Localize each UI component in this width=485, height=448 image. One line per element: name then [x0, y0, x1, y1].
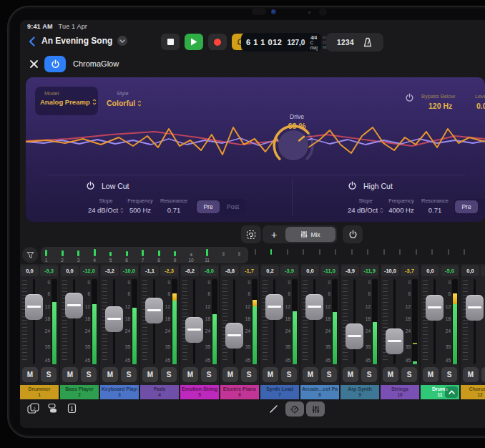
track-name-tab[interactable]: Drums 11 — [421, 385, 459, 399]
track-name-tab[interactable]: Arcade...eet Pad 8 — [300, 385, 339, 399]
track-name-tab[interactable]: Emotion Strings 5 — [180, 385, 219, 399]
solo-button[interactable]: S — [401, 367, 417, 382]
bypass-power-icon[interactable] — [405, 93, 414, 102]
close-icon[interactable] — [29, 59, 39, 72]
solo-button[interactable]: S — [161, 367, 177, 382]
collapse-chevron-button[interactable] — [445, 386, 458, 398]
solo-button[interactable]: S — [241, 367, 257, 382]
plugins-icon[interactable] — [67, 403, 77, 417]
volume-fader[interactable] — [426, 295, 444, 321]
high-cut-power-icon[interactable] — [348, 181, 357, 190]
volume-fader[interactable] — [105, 306, 123, 332]
solo-button[interactable]: S — [81, 367, 97, 382]
high-cut-slope-value[interactable]: 24 dB/Oct — [348, 206, 383, 214]
mute-button[interactable]: M — [22, 367, 38, 382]
browser-icon[interactable] — [47, 403, 58, 417]
volume-fader[interactable] — [185, 317, 203, 343]
play-button[interactable] — [185, 34, 203, 50]
post-button[interactable]: Post — [479, 200, 485, 213]
fader-scale-label: 0 — [80, 280, 90, 285]
volume-fader[interactable] — [225, 323, 243, 349]
fader-scale-label: 18 — [80, 316, 90, 321]
solo-button[interactable]: S — [41, 367, 57, 382]
fader-area: 061218243545 — [461, 279, 485, 364]
plugin-power-button[interactable] — [44, 56, 66, 72]
solo-button[interactable]: S — [121, 367, 137, 382]
post-button[interactable]: Post — [221, 200, 245, 213]
stop-button[interactable] — [161, 34, 180, 50]
mix-button[interactable]: Mix — [285, 227, 335, 242]
overview-meter-tick — [126, 251, 128, 256]
volume-fader[interactable] — [25, 294, 43, 320]
solo-button[interactable]: S — [281, 367, 297, 382]
volume-fader[interactable] — [65, 293, 83, 318]
mute-button[interactable]: M — [263, 367, 278, 382]
mute-button[interactable]: M — [303, 367, 318, 382]
volume-fader[interactable] — [265, 294, 283, 320]
track-name-tab[interactable]: Keyboard Player 3 — [100, 385, 139, 399]
mute-button[interactable]: M — [182, 367, 198, 382]
mixer-channel-strip: 0,2 -3,9 061218243545 M S Synth Lead 7 — [260, 264, 299, 399]
count-in-button[interactable]: 1234 — [337, 39, 354, 47]
add-track-button[interactable]: + — [263, 225, 285, 243]
model-value[interactable]: Analog Preamp — [40, 98, 97, 106]
track-number: 4 — [158, 392, 161, 398]
solo-button[interactable]: S — [441, 367, 457, 382]
volume-fader[interactable] — [466, 295, 484, 321]
mute-button[interactable]: M — [343, 367, 358, 382]
low-cut-power-icon[interactable] — [86, 181, 95, 190]
fader-track — [73, 279, 75, 364]
track-name-tab[interactable]: Strings 10 — [381, 385, 419, 399]
pre-button[interactable]: Pre — [455, 200, 478, 213]
track-name-tab[interactable]: Electric Piano 6 — [220, 385, 259, 399]
filter-button[interactable] — [22, 247, 38, 263]
solo-button[interactable]: S — [201, 367, 217, 382]
lcd-display[interactable]: 6 1 1 012 127,0 4/4 C maj In Out MIDI — [241, 33, 321, 52]
track-name-tab[interactable]: Chorus V 12 — [461, 385, 485, 399]
track-name-tab[interactable]: Drummer 1 — [20, 385, 59, 399]
pencil-icon[interactable] — [269, 404, 278, 417]
fader-scale-label: 24 — [160, 328, 170, 333]
track-name-tab[interactable]: Arp Synth 9 — [341, 385, 379, 399]
style-value[interactable]: Colorful — [107, 99, 142, 107]
mute-button[interactable]: M — [463, 367, 479, 382]
pre-button[interactable]: Pre — [197, 200, 220, 213]
mixer-power-button[interactable] — [343, 225, 363, 243]
high-cut-resonance-value[interactable]: 0.71 — [428, 206, 442, 214]
loop-browser-icon[interactable]: ♪ — [27, 403, 39, 417]
loops-button[interactable] — [241, 225, 261, 243]
solo-button[interactable]: S — [361, 367, 377, 382]
song-title-menu[interactable]: An Evening Song — [41, 36, 127, 46]
track-name-tab[interactable]: Pads 4 — [140, 385, 179, 399]
volume-fader[interactable] — [346, 323, 363, 349]
track-number: 8 — [318, 392, 321, 398]
record-button[interactable] — [208, 34, 227, 50]
mute-button[interactable]: M — [62, 367, 78, 382]
mixer-overview[interactable]: 1234567891011 — [41, 247, 248, 263]
low-cut-resonance-value[interactable]: 0.71 — [167, 206, 181, 214]
mixer-toggle-button[interactable] — [306, 401, 325, 417]
volume-fader[interactable] — [305, 294, 323, 320]
mute-button[interactable]: M — [102, 367, 118, 382]
smart-controls-button[interactable] — [285, 401, 304, 417]
volume-fader[interactable] — [386, 328, 403, 354]
level-label: Leve — [475, 93, 485, 99]
bypass-below-value[interactable]: 120 Hz — [428, 102, 452, 110]
track-name-tab[interactable]: Synth Lead 7 — [260, 385, 299, 399]
drive-knob[interactable] — [270, 122, 317, 169]
track-name-tab[interactable]: Bass Player 2 — [60, 385, 99, 399]
metronome-icon[interactable] — [363, 37, 373, 47]
solo-button[interactable]: S — [321, 367, 337, 382]
low-cut-slope-value[interactable]: 24 dB/Oct — [88, 206, 124, 214]
mute-button[interactable]: M — [423, 367, 439, 382]
solo-button[interactable]: S — [481, 367, 485, 382]
back-chevron-icon[interactable] — [29, 36, 35, 49]
high-cut-frequency-value[interactable]: 4000 Hz — [388, 206, 413, 214]
mute-button[interactable]: M — [222, 367, 238, 382]
level-value[interactable]: 0.0 — [476, 102, 485, 110]
mixer-channel-strip: 0,0 061218243545 M S Chorus V 12 — [461, 264, 485, 399]
mute-button[interactable]: M — [142, 367, 158, 382]
low-cut-frequency-value[interactable]: 500 Hz — [129, 206, 151, 214]
volume-fader[interactable] — [145, 298, 163, 323]
mute-button[interactable]: M — [383, 367, 398, 382]
